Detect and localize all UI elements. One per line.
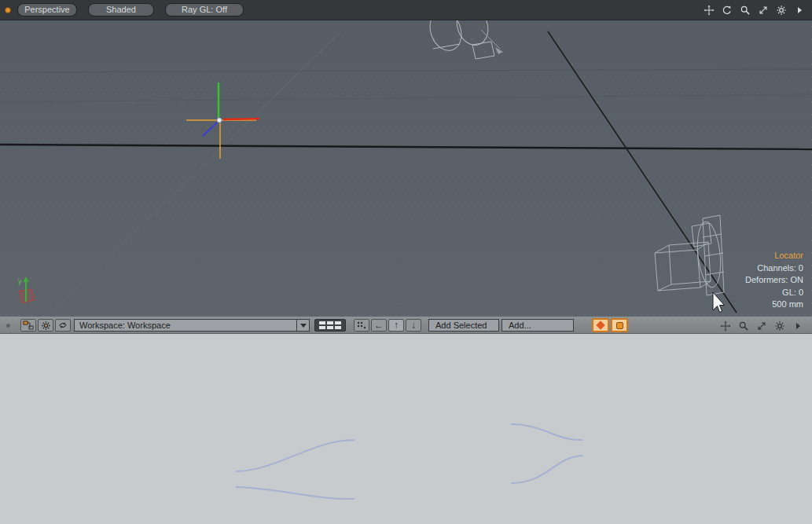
viewport-canvas[interactable]: y Locator Channels: 0 Deformers: ON GL: …	[0, 20, 812, 317]
zoom-icon[interactable]	[739, 4, 751, 16]
perspective-button[interactable]: Perspective	[17, 3, 77, 16]
overlay-square-toggle[interactable]	[611, 318, 628, 332]
mouse-cursor	[713, 292, 725, 313]
schematic-nodes-button[interactable]	[20, 319, 36, 332]
gear-icon[interactable]	[773, 320, 786, 332]
wire-follower1-to-camera-x	[511, 424, 582, 440]
panel-handle[interactable]	[6, 324, 10, 328]
3d-viewport: Perspective Shaded Ray GL: Off	[0, 0, 812, 317]
zoom-icon[interactable]	[737, 320, 750, 332]
overlay-diamond-toggle[interactable]	[592, 318, 609, 332]
move-up-button[interactable]: ↑	[388, 319, 404, 332]
down-arrow-icon: ↓	[411, 321, 416, 330]
info-gl: GL: 0	[745, 287, 803, 299]
schematic-canvas[interactable]: Locator Position (Locator) Position X Po…	[0, 334, 812, 524]
workspace-dropdown[interactable]: Workspace: Workspace	[74, 319, 310, 332]
add-selected-button[interactable]: Add Selected	[428, 319, 499, 332]
maximize-icon[interactable]	[755, 320, 768, 332]
panel-flyout-icon[interactable]	[792, 320, 804, 332]
info-channels: Channels: 0	[745, 262, 803, 275]
schematic-toolbar: Workspace: Workspace ← ↑ ↓ Add Selected …	[0, 317, 812, 334]
pan-move-icon[interactable]	[719, 320, 732, 332]
wire-locator-x-to-follower1	[236, 440, 355, 471]
viewport-toolbar: Perspective Shaded Ray GL: Off	[0, 0, 812, 20]
translate-gizmo[interactable]	[186, 82, 259, 159]
back-button[interactable]: ←	[371, 319, 387, 332]
axis-indicator: y	[18, 277, 35, 302]
schematic-sync-button[interactable]	[55, 319, 71, 332]
viewport-nav-icons	[703, 4, 806, 16]
info-item-name: Locator	[745, 250, 803, 262]
wire-locator-y-to-follower2	[236, 487, 355, 499]
rotate-view-icon[interactable]	[721, 4, 733, 16]
layout-grid-button[interactable]	[314, 319, 346, 332]
viewport-menu-dot[interactable]	[5, 7, 11, 13]
item-info-panel: Locator Channels: 0 Deformers: ON GL: 0 …	[745, 250, 803, 311]
up-arrow-icon: ↑	[394, 321, 399, 330]
node-wires	[0, 334, 812, 524]
square-swatch-icon	[616, 322, 623, 329]
camera-item-wireframe[interactable]	[424, 20, 503, 59]
schematic-settings-button[interactable]	[38, 319, 53, 332]
move-down-button[interactable]: ↓	[406, 319, 421, 332]
mesh-wireframe[interactable]	[655, 215, 724, 295]
grid-layout-icon	[319, 321, 341, 329]
info-scale: 500 mm	[745, 299, 803, 311]
shaded-button[interactable]: Shaded	[88, 3, 154, 16]
info-deformers: Deformers: ON	[745, 274, 803, 287]
pan-move-icon[interactable]	[703, 4, 715, 16]
chevron-down-icon	[296, 320, 309, 331]
raygl-button[interactable]: Ray GL: Off	[165, 3, 244, 16]
schematic-nav-icons	[719, 320, 804, 332]
back-arrow-icon: ←	[374, 321, 384, 330]
snap-dots-button[interactable]	[354, 319, 369, 332]
add-button[interactable]: Add...	[502, 319, 574, 332]
maximize-icon[interactable]	[757, 4, 770, 16]
gear-icon[interactable]	[775, 4, 788, 16]
diamond-swatch-icon	[596, 321, 604, 329]
workspace-dropdown-label: Workspace: Workspace	[75, 321, 296, 330]
panel-flyout-icon[interactable]	[793, 4, 806, 16]
wire-follower2-to-camera-y	[511, 456, 582, 483]
scene-overlay: y	[0, 20, 812, 317]
grid-lines	[0, 31, 812, 317]
axis-y-label: y	[18, 277, 22, 285]
